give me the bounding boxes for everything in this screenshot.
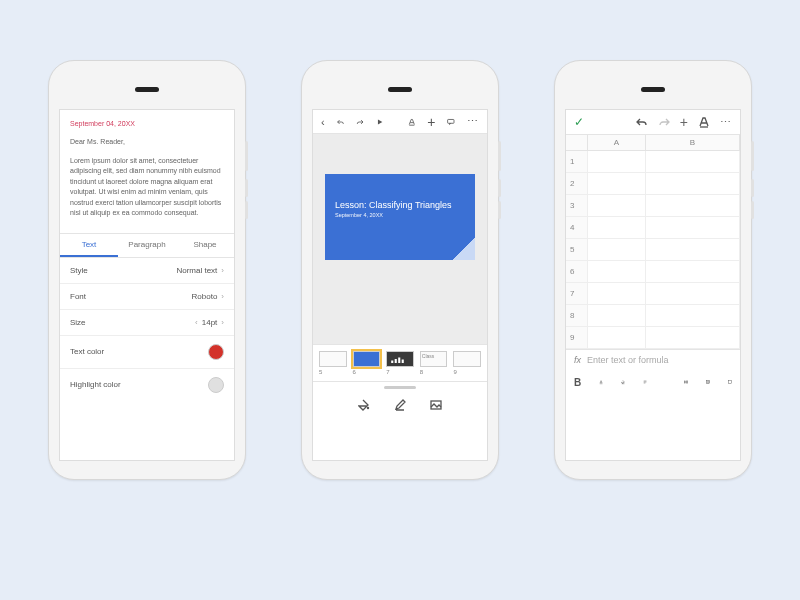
row-7[interactable]: 7	[566, 283, 740, 305]
row-header[interactable]: 6	[566, 261, 588, 282]
cell[interactable]	[646, 327, 740, 348]
add-icon[interactable]: +	[680, 117, 688, 127]
play-icon[interactable]	[376, 116, 384, 128]
row-4[interactable]: 4	[566, 217, 740, 239]
thumb-6[interactable]: 6	[353, 351, 381, 375]
tab-shape[interactable]: Shape	[176, 234, 234, 257]
row-highlight-color[interactable]: Highlight color	[60, 369, 234, 401]
corner-cell[interactable]	[566, 135, 588, 150]
fill-color-icon[interactable]	[358, 399, 370, 411]
comment-icon[interactable]	[447, 116, 455, 128]
fill-color-icon[interactable]	[621, 376, 625, 388]
text-color-icon[interactable]	[599, 376, 603, 388]
format-icon[interactable]	[698, 116, 710, 128]
more-icon[interactable]: ⋯	[720, 116, 732, 129]
cell[interactable]	[646, 239, 740, 260]
row-header[interactable]: 5	[566, 239, 588, 260]
cell[interactable]	[646, 195, 740, 216]
align-icon[interactable]	[643, 376, 647, 388]
row-3[interactable]: 3	[566, 195, 740, 217]
spreadsheet-grid[interactable]: A B 123456789	[566, 135, 740, 349]
row-9[interactable]: 9	[566, 327, 740, 349]
svg-point-1	[367, 407, 369, 409]
cell[interactable]	[646, 283, 740, 304]
row-style[interactable]: Style Normal text›	[60, 258, 234, 284]
text-color-swatch[interactable]	[208, 344, 224, 360]
font-value: Roboto	[192, 292, 218, 301]
highlight-color-swatch[interactable]	[208, 377, 224, 393]
row-header[interactable]: 3	[566, 195, 588, 216]
font-label: Font	[70, 292, 86, 301]
power-button	[498, 141, 501, 171]
row-header[interactable]: 7	[566, 283, 588, 304]
col-header-b[interactable]: B	[646, 135, 740, 150]
cell[interactable]	[588, 239, 646, 260]
highlight-color-label: Highlight color	[70, 380, 121, 389]
phone-docs: September 04, 20XX Dear Ms. Reader, Lore…	[48, 60, 246, 480]
col-header-a[interactable]: A	[588, 135, 646, 150]
cell[interactable]	[588, 217, 646, 238]
cell[interactable]	[646, 261, 740, 282]
fx-icon: fx	[574, 355, 581, 365]
borders-icon[interactable]	[706, 376, 710, 388]
row-header[interactable]: 2	[566, 173, 588, 194]
undo-icon[interactable]	[636, 116, 648, 128]
drag-handle[interactable]	[384, 386, 416, 389]
redo-icon[interactable]	[658, 116, 670, 128]
power-button	[751, 141, 754, 171]
undo-icon[interactable]	[337, 116, 345, 128]
slide-thumbnails[interactable]: 5 6 7 Class8 9	[313, 344, 487, 382]
row-header[interactable]: 8	[566, 305, 588, 326]
slides-screen: ‹ + ⋯ Lesson: Classifying Triangles Sept…	[312, 109, 488, 461]
row-header[interactable]: 9	[566, 327, 588, 348]
row-font[interactable]: Font Roboto›	[60, 284, 234, 310]
slide-canvas[interactable]: Lesson: Classifying Triangles September …	[313, 134, 487, 344]
insert-image-icon[interactable]	[430, 399, 442, 411]
row-5[interactable]: 5	[566, 239, 740, 261]
cell[interactable]	[588, 173, 646, 194]
document-body[interactable]: September 04, 20XX Dear Ms. Reader, Lore…	[60, 110, 234, 233]
cell-color-icon[interactable]	[728, 376, 732, 388]
bold-button[interactable]: B	[574, 377, 581, 388]
format-icon[interactable]	[408, 116, 416, 128]
tab-text[interactable]: Text	[60, 234, 118, 257]
cell[interactable]	[646, 217, 740, 238]
row-2[interactable]: 2	[566, 173, 740, 195]
cell[interactable]	[646, 305, 740, 326]
thumb-8[interactable]: Class8	[420, 351, 448, 375]
row-size[interactable]: Size ‹ 14pt ›	[60, 310, 234, 336]
thumb-7[interactable]: 7	[386, 351, 414, 375]
sheets-format-bar: B	[566, 370, 740, 388]
cell[interactable]	[588, 327, 646, 348]
row-text-color[interactable]: Text color	[60, 336, 234, 369]
size-decrease-icon[interactable]: ‹	[195, 318, 198, 327]
cell[interactable]	[588, 305, 646, 326]
more-icon[interactable]: ⋯	[467, 115, 479, 128]
size-increase-icon[interactable]: ›	[221, 318, 224, 327]
row-header[interactable]: 1	[566, 151, 588, 172]
cell[interactable]	[588, 261, 646, 282]
thumb-5[interactable]: 5	[319, 351, 347, 375]
row-8[interactable]: 8	[566, 305, 740, 327]
add-icon[interactable]: +	[427, 117, 435, 127]
cell[interactable]	[646, 151, 740, 172]
back-icon[interactable]: ‹	[321, 116, 325, 128]
cell[interactable]	[588, 195, 646, 216]
redo-icon[interactable]	[356, 116, 364, 128]
cell[interactable]	[588, 151, 646, 172]
merge-cells-icon[interactable]	[684, 376, 688, 388]
current-slide[interactable]: Lesson: Classifying Triangles September …	[325, 174, 475, 260]
thumb-9[interactable]: 9	[453, 351, 481, 375]
vol-down-button	[751, 201, 754, 219]
accept-icon[interactable]: ✓	[574, 115, 584, 129]
formula-bar[interactable]: fx Enter text or formula	[566, 349, 740, 370]
cell[interactable]	[588, 283, 646, 304]
slides-toolbar: ‹ + ⋯	[313, 110, 487, 134]
cell[interactable]	[646, 173, 740, 194]
row-1[interactable]: 1	[566, 151, 740, 173]
tab-paragraph[interactable]: Paragraph	[118, 234, 176, 257]
vol-up-button	[245, 179, 248, 197]
edit-icon[interactable]	[394, 399, 406, 411]
row-header[interactable]: 4	[566, 217, 588, 238]
row-6[interactable]: 6	[566, 261, 740, 283]
